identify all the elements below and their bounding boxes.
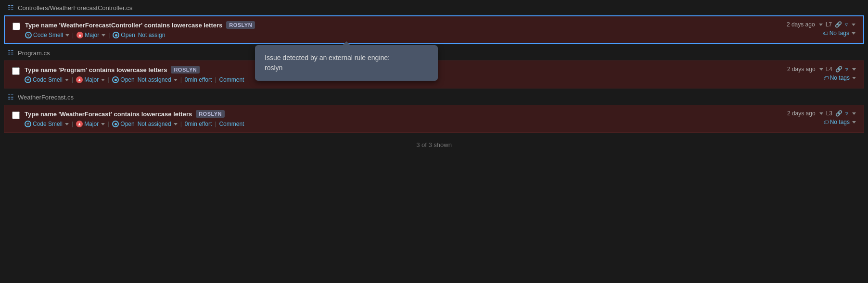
time-label-2: 2 days ago — [787, 66, 816, 73]
major-label-3: Major — [84, 121, 99, 127]
code-smell-icon-3: ☣ — [25, 121, 31, 127]
right-top-1: 2 days ago L7 🔗 ▿ — [787, 21, 855, 28]
issue-checkbox-3[interactable] — [12, 111, 20, 119]
file-name-3: WeatherForecast.cs — [18, 94, 74, 101]
time-caret-3 — [819, 112, 823, 115]
issue-meta-1: ☣ Code Smell | ▲ Major | Open — [25, 32, 754, 38]
assignee-label-1: Not assign — [138, 32, 166, 38]
assignee-item-1[interactable]: Not assign — [138, 32, 166, 38]
issue-right-1: 2 days ago L7 🔗 ▿ 🏷 No tags — [759, 21, 855, 37]
file-icon-3: ☷ — [8, 93, 14, 101]
major-icon-3: ▲ — [76, 121, 83, 127]
code-smell-label-1: Code Smell — [33, 32, 63, 38]
code-smell-label-3: Code Smell — [33, 121, 63, 127]
issues-list: ☷ Controllers/WeatherForecastController.… — [0, 0, 868, 156]
tags-caret-2 — [852, 77, 856, 79]
badge-roslyn-2[interactable]: ROSLYN — [171, 66, 200, 74]
open-item-1[interactable]: Open — [113, 32, 135, 38]
open-icon-3 — [112, 121, 119, 127]
comment-3[interactable]: Comment — [219, 121, 244, 127]
major-item-1[interactable]: ▲ Major — [77, 32, 105, 38]
assignee-label-3: Not assigned — [138, 121, 171, 127]
assignee-item-3[interactable]: Not assigned — [138, 121, 178, 127]
code-smell-caret-2 — [65, 79, 69, 81]
code-smell-label-2: Code Smell — [33, 76, 63, 83]
filter-icon-2[interactable]: ▿ — [845, 66, 848, 73]
comment-2[interactable]: Comment — [219, 76, 244, 83]
file-icon-2: ☷ — [8, 49, 14, 57]
link-icon-1[interactable]: 🔗 — [835, 21, 842, 28]
major-label-1: Major — [85, 32, 99, 38]
code-smell-icon-2: ☣ — [25, 76, 31, 83]
major-icon-2: ▲ — [76, 76, 83, 83]
no-tags-1[interactable]: 🏷 No tags — [823, 30, 855, 37]
no-tags-label-2: No tags — [830, 74, 850, 81]
issue-title-1: Type name 'WeatherForecastController' co… — [25, 22, 222, 29]
filter-icon-1[interactable]: ▿ — [845, 21, 848, 28]
issue-right-3: 2 days ago L3 🔗 ▿ 🏷 No tags — [760, 110, 856, 125]
major-icon-1: ▲ — [77, 32, 83, 38]
effort-2: 0min effort — [185, 76, 212, 83]
filter-caret-1 — [852, 24, 855, 26]
assignee-label-2: Not assigned — [138, 76, 171, 83]
major-label-2: Major — [84, 76, 99, 83]
filter-icon-3[interactable]: ▿ — [845, 110, 848, 117]
time-label-3: 2 days ago — [787, 110, 816, 117]
no-tags-label-3: No tags — [830, 119, 850, 125]
code-smell-caret-1 — [65, 34, 69, 37]
issue-title-3: Type name 'WeatherForecast' contains low… — [25, 111, 192, 118]
file-icon-1: ☷ — [8, 4, 14, 12]
issue-row-3: Type name 'WeatherForecast' contains low… — [4, 105, 864, 133]
time-caret-2 — [819, 68, 823, 71]
code-smell-item-1[interactable]: ☣ Code Smell — [25, 32, 69, 38]
code-smell-item-3[interactable]: ☣ Code Smell — [25, 121, 69, 127]
effort-3: 0min effort — [185, 121, 212, 127]
major-caret-3 — [101, 123, 105, 125]
badge-roslyn-3[interactable]: ROSLYN — [196, 110, 225, 118]
file-name-1: Controllers/WeatherForecastController.cs — [18, 4, 132, 12]
code-smell-item-2[interactable]: ☣ Code Smell — [25, 76, 69, 83]
issue-title-row-3: Type name 'WeatherForecast' contains low… — [25, 110, 755, 118]
no-tags-label-1: No tags — [830, 30, 849, 37]
no-tags-2[interactable]: 🏷 No tags — [823, 74, 856, 81]
major-caret-2 — [101, 79, 105, 81]
open-label-2: Open — [120, 76, 134, 83]
open-item-2[interactable]: Open — [112, 76, 134, 83]
tag-icon-2: 🏷 — [823, 75, 829, 81]
issue-title-2: Type name 'Program' contains lowercase l… — [25, 66, 167, 74]
badge-roslyn-1[interactable]: ROSLYN — [226, 21, 255, 29]
tags-caret-3 — [852, 121, 856, 123]
tooltip-line2: roslyn — [265, 64, 282, 72]
issue-meta-3: ☣ Code Smell | ▲ Major | Open — [25, 121, 755, 127]
filter-caret-2 — [852, 68, 856, 71]
open-item-3[interactable]: Open — [112, 121, 134, 127]
file-name-2: Program.cs — [18, 49, 50, 57]
open-label-3: Open — [120, 121, 134, 127]
code-smell-icon-1: ☣ — [25, 32, 32, 38]
issue-title-row-1: Type name 'WeatherForecastController' co… — [25, 21, 754, 29]
no-tags-3[interactable]: 🏷 No tags — [823, 119, 856, 125]
issue-checkbox-1[interactable] — [13, 23, 20, 30]
roslyn-tooltip: Issue detected by an external rule engin… — [255, 45, 438, 81]
tooltip-line1: Issue detected by an external rule engin… — [265, 54, 390, 62]
open-label-1: Open — [121, 32, 135, 38]
location-2: L4 — [826, 66, 832, 73]
code-smell-caret-3 — [65, 123, 69, 125]
link-icon-3[interactable]: 🔗 — [835, 110, 842, 117]
file-group-1: ☷ Controllers/WeatherForecastController.… — [0, 0, 868, 44]
tag-icon-1: 🏷 — [823, 30, 828, 36]
link-icon-2[interactable]: 🔗 — [835, 66, 842, 73]
major-item-2[interactable]: ▲ Major — [76, 76, 105, 83]
filter-caret-3 — [852, 112, 856, 115]
issue-checkbox-2[interactable] — [12, 67, 20, 75]
footer: 3 of 3 shown — [0, 134, 868, 156]
tags-caret-1 — [852, 32, 855, 35]
open-icon-2 — [112, 76, 119, 83]
issue-content-1: Type name 'WeatherForecastController' co… — [25, 21, 754, 38]
issue-content-3: Type name 'WeatherForecast' contains low… — [25, 110, 755, 127]
issue-row-1: Type name 'WeatherForecastController' co… — [4, 15, 864, 44]
major-item-3[interactable]: ▲ Major — [76, 121, 105, 127]
file-header-1: ☷ Controllers/WeatherForecastController.… — [0, 0, 868, 15]
right-top-3: 2 days ago L3 🔗 ▿ — [787, 110, 856, 117]
assignee-item-2[interactable]: Not assigned — [138, 76, 178, 83]
